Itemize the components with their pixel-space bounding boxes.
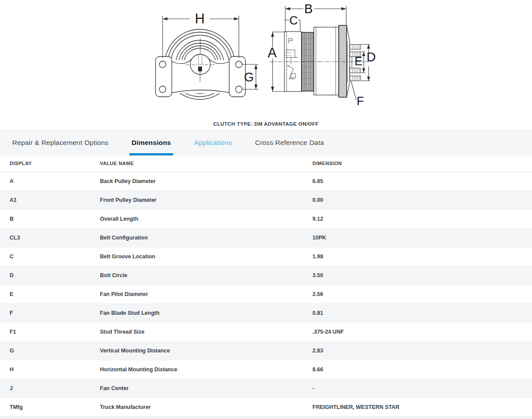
cell-display: B xyxy=(0,209,100,228)
dim-label-d: D xyxy=(367,50,376,64)
tab-bar: Repair & Replacement Options Dimensions … xyxy=(0,130,532,155)
cell-value-name: Vertical Mounting Distance xyxy=(100,341,312,360)
table-row: B Overall Length 9.12 xyxy=(0,209,532,228)
table-row: J Fan Center - xyxy=(0,379,532,398)
tab-cross-reference-data[interactable]: Cross Reference Data xyxy=(255,130,324,155)
cell-dimension: FREIGHTLINER, WESTERN STAR xyxy=(312,398,532,416)
clutch-type-caption: CLUTCH TYPE: DM ADVANTAGE ON/OFF xyxy=(0,121,532,127)
cell-value-name: Truck Manufacturer xyxy=(100,398,312,416)
table-row: A Back Pulley Diameter 6.85 xyxy=(0,172,532,190)
cell-display: E xyxy=(0,285,100,303)
cell-value-name: Fan Center xyxy=(100,379,312,398)
cell-value-name: Bolt Circle xyxy=(100,266,312,285)
table-row: A1 Front Pulley Diameter 0.00 xyxy=(0,190,532,209)
table-row: E Fan Pilot Diameter 2.56 xyxy=(0,285,532,303)
dim-label-b: B xyxy=(304,2,312,16)
cell-dimension: .375-24 UNF xyxy=(312,322,532,341)
dim-label-c: C xyxy=(289,14,298,27)
table-row: H Horizontal Mounting Distance 8.66 xyxy=(0,360,532,379)
cell-value-name: Back Pulley Diameter xyxy=(100,172,312,190)
table-header-row: DISPLAY VALUE NAME DIMENSION xyxy=(0,155,532,172)
clutch-technical-drawing: H G xyxy=(0,0,532,115)
cell-dimension: 3.50 xyxy=(312,266,532,285)
side-view-drawing xyxy=(270,6,371,100)
cell-display: A1 xyxy=(0,190,100,209)
cell-display: D xyxy=(0,266,100,285)
cell-dimension: 0.00 xyxy=(312,190,532,209)
cell-display: CL3 xyxy=(0,228,100,247)
cell-display: H xyxy=(0,360,100,379)
cell-display: J xyxy=(0,379,100,398)
cell-value-name: Front Pulley Diameter xyxy=(100,190,312,209)
cell-display: C xyxy=(0,247,100,266)
cell-display: G xyxy=(0,341,100,360)
cell-display: TMfg xyxy=(0,398,100,416)
cell-value-name: Overall Length xyxy=(100,209,312,228)
column-header-display: DISPLAY xyxy=(0,155,100,172)
table-row: CL3 Belt Configuration 10PK xyxy=(0,228,532,247)
cell-value-name: Fan Pilot Diameter xyxy=(100,285,312,303)
cell-value-name: Fan Blade Stud Length xyxy=(100,303,312,322)
dim-label-g: G xyxy=(244,70,254,84)
cell-value-name: Belt Groove Location xyxy=(100,247,312,266)
cell-display: A xyxy=(0,172,100,190)
column-header-value-name: VALUE NAME xyxy=(100,155,312,172)
cell-dimension: 0.81 xyxy=(312,303,532,322)
cell-value-name: Horizontal Mounting Distance xyxy=(100,360,312,379)
cell-dimension: 1.98 xyxy=(312,247,532,266)
cell-dimension: - xyxy=(312,379,532,398)
table-row: C Belt Groove Location 1.98 xyxy=(0,247,532,266)
cell-dimension: 8.66 xyxy=(312,360,532,379)
table-row: TMfg Truck Manufacturer FREIGHTLINER, WE… xyxy=(0,398,532,416)
dim-label-f: F xyxy=(357,95,364,108)
table-row: D Bolt Circle 3.50 xyxy=(0,266,532,285)
table-row: F Fan Blade Stud Length 0.81 xyxy=(0,303,532,322)
cell-dimension: 10PK xyxy=(312,228,532,247)
front-view-drawing xyxy=(156,16,258,99)
cell-dimension: 2.56 xyxy=(312,285,532,303)
dim-label-h: H xyxy=(195,11,205,26)
cell-dimension: 6.85 xyxy=(312,172,532,190)
dim-label-a: A xyxy=(268,45,277,60)
product-drawing-area: H G xyxy=(0,0,532,130)
table-row: G Vertical Mounting Distance 2.83 xyxy=(0,341,532,360)
tab-dimensions[interactable]: Dimensions xyxy=(131,130,171,155)
cell-value-name: Belt Configuration xyxy=(100,228,312,247)
cell-dimension: 2.83 xyxy=(312,341,532,360)
dimensions-table: DISPLAY VALUE NAME DIMENSION A Back Pull… xyxy=(0,155,532,417)
cell-display: F1 xyxy=(0,322,100,341)
partial-next-row xyxy=(0,417,532,419)
dimensions-table-body: A Back Pulley Diameter 6.85 A1 Front Pul… xyxy=(0,172,532,416)
tab-repair-replacement-options[interactable]: Repair & Replacement Options xyxy=(12,130,108,155)
cell-value-name: Stud Thread Size xyxy=(100,322,312,341)
dim-label-e: E xyxy=(355,55,362,68)
table-row: F1 Stud Thread Size .375-24 UNF xyxy=(0,322,532,341)
cell-display: F xyxy=(0,303,100,322)
column-header-dimension: DIMENSION xyxy=(312,155,532,172)
cell-dimension: 9.12 xyxy=(312,209,532,228)
tab-applications[interactable]: Applications xyxy=(194,130,232,155)
